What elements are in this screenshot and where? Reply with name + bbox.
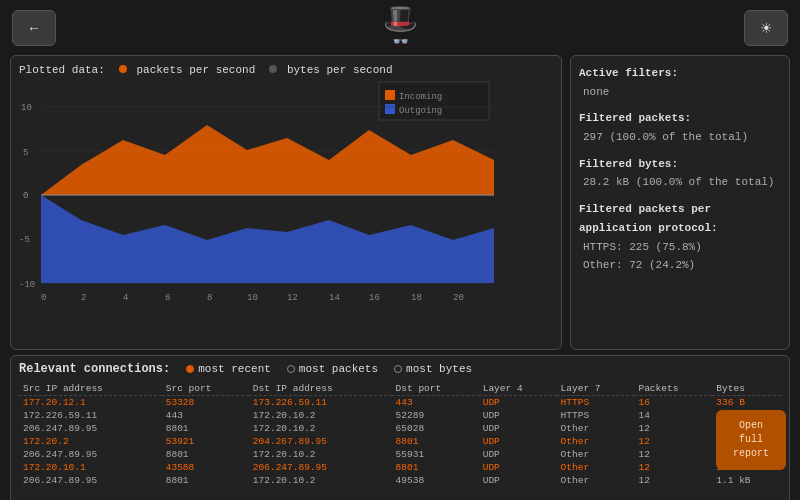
filtered-packets-label: Filtered packets: bbox=[579, 109, 781, 128]
table-cell: 206.247.89.95 bbox=[19, 422, 162, 435]
layer7-cell: HTTPS bbox=[557, 396, 635, 410]
table-cell: 43588 bbox=[162, 461, 249, 474]
table-cell: 55931 bbox=[392, 448, 479, 461]
logo-hat: 🎩 bbox=[383, 7, 418, 35]
column-header: Packets bbox=[634, 382, 712, 396]
layer4-cell: UDP bbox=[479, 409, 557, 422]
plotted-data-title: Plotted data: bbox=[19, 64, 105, 76]
table-cell: 65028 bbox=[392, 422, 479, 435]
table-cell: 8801 bbox=[162, 448, 249, 461]
table-cell: 172.20.10.2 bbox=[249, 409, 392, 422]
filter-option[interactable]: most packets bbox=[287, 363, 378, 375]
packets-cell: 12 bbox=[634, 474, 712, 487]
chart-panel: Plotted data: packets per second bytes p… bbox=[10, 55, 562, 350]
protocol-rows: HTTPS: 225 (75.8%)Other: 72 (24.2%) bbox=[579, 238, 781, 275]
table-header: Src IP addressSrc portDst IP addressDst … bbox=[19, 382, 781, 396]
table-cell: 172.20.2 bbox=[19, 435, 162, 448]
chart-svg: Incoming Outgoing 10 5 0 -5 -10 0 2 4 bbox=[19, 80, 499, 308]
plotted-data-header: Plotted data: packets per second bytes p… bbox=[19, 64, 553, 76]
table-cell: 172.20.10.2 bbox=[249, 474, 392, 487]
table-cell: 8801 bbox=[162, 474, 249, 487]
svg-text:-5: -5 bbox=[19, 235, 30, 245]
layer4-cell: UDP bbox=[479, 422, 557, 435]
series-1-dot bbox=[119, 65, 127, 73]
layer7-cell: Other bbox=[557, 422, 635, 435]
filter-option[interactable]: most bytes bbox=[394, 363, 472, 375]
layer4-cell: UDP bbox=[479, 461, 557, 474]
table-cell: 173.226.59.11 bbox=[249, 396, 392, 410]
series-2-label: bytes per second bbox=[269, 64, 392, 76]
table-cell: 204.267.89.95 bbox=[249, 435, 392, 448]
column-header: Dst IP address bbox=[249, 382, 392, 396]
filter-option[interactable]: most recent bbox=[186, 363, 271, 375]
layer7-cell: Other bbox=[557, 448, 635, 461]
table-cell: 172.226.59.11 bbox=[19, 409, 162, 422]
svg-text:-10: -10 bbox=[19, 280, 35, 290]
svg-text:2: 2 bbox=[81, 293, 86, 303]
table-row: 177.20.12.153328173.226.59.11443UDPHTTPS… bbox=[19, 396, 781, 410]
svg-marker-26 bbox=[41, 195, 494, 283]
table-cell: 443 bbox=[162, 409, 249, 422]
layer7-cell: HTTPS bbox=[557, 409, 635, 422]
main-content: Plotted data: packets per second bytes p… bbox=[0, 55, 800, 355]
radio-dot bbox=[394, 365, 402, 373]
table-row: 172.226.59.11443172.20.10.252289UDPHTTPS… bbox=[19, 409, 781, 422]
svg-text:20: 20 bbox=[453, 293, 464, 303]
svg-text:0: 0 bbox=[23, 191, 28, 201]
layer4-cell: UDP bbox=[479, 435, 557, 448]
bytes-cell: 1.1 kB bbox=[712, 474, 781, 487]
svg-text:5: 5 bbox=[23, 148, 28, 158]
filtered-packets-value: 297 (100.0% of the total) bbox=[579, 128, 781, 147]
table-cell: 206.247.89.95 bbox=[19, 448, 162, 461]
svg-text:18: 18 bbox=[411, 293, 422, 303]
connections-panel: Relevant connections: most recentmost pa… bbox=[10, 355, 790, 500]
per-protocol-label: Filtered packets per application protoco… bbox=[579, 200, 781, 237]
table-cell: 49538 bbox=[392, 474, 479, 487]
open-report-button[interactable]: Openfullreport bbox=[716, 410, 786, 470]
theme-button[interactable]: ☀ bbox=[744, 10, 788, 46]
connections-table: Src IP addressSrc portDst IP addressDst … bbox=[19, 382, 781, 487]
svg-text:0: 0 bbox=[41, 293, 46, 303]
layer7-cell: Other bbox=[557, 474, 635, 487]
filter-options: most recentmost packetsmost bytes bbox=[186, 363, 472, 375]
table-cell: 172.20.10.2 bbox=[249, 422, 392, 435]
logo: 🎩 👓 bbox=[383, 7, 418, 49]
filtered-bytes-section: Filtered bytes: 28.2 kB (100.0% of the t… bbox=[579, 155, 781, 192]
protocol-row: HTTPS: 225 (75.8%) bbox=[579, 238, 781, 257]
table-cell: 8801 bbox=[392, 435, 479, 448]
packets-cell: 12 bbox=[634, 461, 712, 474]
layer7-cell: Other bbox=[557, 461, 635, 474]
column-header: Dst port bbox=[392, 382, 479, 396]
packets-cell: 12 bbox=[634, 448, 712, 461]
table-cell: 443 bbox=[392, 396, 479, 410]
back-button[interactable]: ← bbox=[12, 10, 56, 46]
layer7-cell: Other bbox=[557, 435, 635, 448]
svg-text:16: 16 bbox=[369, 293, 380, 303]
per-protocol-section: Filtered packets per application protoco… bbox=[579, 200, 781, 275]
protocol-row: Other: 72 (24.2%) bbox=[579, 256, 781, 275]
column-header: Src IP address bbox=[19, 382, 162, 396]
column-header: Layer 4 bbox=[479, 382, 557, 396]
table-cell: 8801 bbox=[392, 461, 479, 474]
chart-container: Incoming Outgoing 10 5 0 -5 -10 0 2 4 bbox=[19, 80, 553, 320]
packets-cell: 16 bbox=[634, 396, 712, 410]
svg-text:10: 10 bbox=[247, 293, 258, 303]
packets-cell: 14 bbox=[634, 409, 712, 422]
svg-text:Incoming: Incoming bbox=[399, 92, 442, 102]
table-cell: 172.20.10.2 bbox=[249, 448, 392, 461]
table-cell: 8801 bbox=[162, 422, 249, 435]
bytes-cell: 336 B bbox=[712, 396, 781, 410]
filter-label: most recent bbox=[198, 363, 271, 375]
stats-panel: Active filters: none Filtered packets: 2… bbox=[570, 55, 790, 350]
table-body: 177.20.12.153328173.226.59.11443UDPHTTPS… bbox=[19, 396, 781, 488]
svg-text:10: 10 bbox=[21, 103, 32, 113]
radio-dot bbox=[287, 365, 295, 373]
filtered-bytes-value: 28.2 kB (100.0% of the total) bbox=[579, 173, 781, 192]
svg-text:6: 6 bbox=[165, 293, 170, 303]
filtered-bytes-label: Filtered bytes: bbox=[579, 155, 781, 174]
active-filters-value: none bbox=[579, 83, 781, 102]
table-row: 206.247.89.958801172.20.10.249538UDPOthe… bbox=[19, 474, 781, 487]
table-cell: 53921 bbox=[162, 435, 249, 448]
active-filters-label: Active filters: bbox=[579, 64, 781, 83]
filtered-packets-section: Filtered packets: 297 (100.0% of the tot… bbox=[579, 109, 781, 146]
